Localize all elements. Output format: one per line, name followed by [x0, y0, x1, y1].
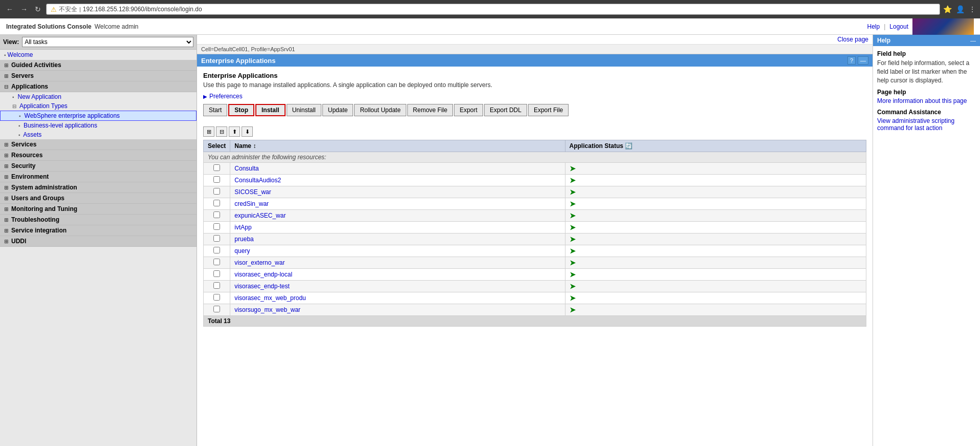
- help-link[interactable]: Help: [867, 23, 880, 30]
- row-checkbox-cell[interactable]: [204, 198, 230, 210]
- deselect-all-btn[interactable]: ⊟: [216, 126, 227, 137]
- row-checkbox[interactable]: [213, 164, 220, 171]
- app-link[interactable]: SICOSE_war: [234, 188, 271, 196]
- sidebar-item-business-apps[interactable]: ▪ Business-level applications: [0, 121, 197, 130]
- app-name-cell[interactable]: visorasec_endp-local: [230, 269, 565, 281]
- command-link[interactable]: View administrative scripting command fo…: [877, 117, 954, 132]
- app-name-cell[interactable]: expunicASEC_war: [230, 210, 565, 222]
- app-link[interactable]: query: [234, 247, 250, 254]
- forward-button[interactable]: →: [18, 4, 30, 14]
- col-status[interactable]: Application Status 🔄: [565, 140, 866, 152]
- install-button[interactable]: Install: [255, 104, 286, 116]
- app-link[interactable]: visor_externo_war: [234, 259, 285, 266]
- app-link[interactable]: visorasec_endp-local: [234, 271, 292, 278]
- row-checkbox[interactable]: [213, 282, 220, 289]
- row-checkbox-cell[interactable]: [204, 257, 230, 269]
- row-checkbox[interactable]: [213, 200, 220, 206]
- row-checkbox-cell[interactable]: [204, 233, 230, 245]
- row-checkbox[interactable]: [213, 223, 220, 230]
- row-checkbox[interactable]: [213, 235, 220, 242]
- row-checkbox-cell[interactable]: [204, 292, 230, 304]
- logout-link[interactable]: Logout: [889, 23, 908, 30]
- sidebar-section-services[interactable]: ⊞ Services: [0, 139, 197, 150]
- app-name-cell[interactable]: SICOSE_war: [230, 186, 565, 198]
- app-link[interactable]: visorasec_endp-test: [234, 283, 289, 290]
- row-checkbox-cell[interactable]: [204, 222, 230, 233]
- col-name[interactable]: Name ↕: [230, 140, 565, 152]
- sidebar-section-servers[interactable]: ⊞ Servers: [0, 71, 197, 81]
- rollout-update-button[interactable]: Rollout Update: [354, 104, 406, 116]
- export-ddl-button[interactable]: Export DDL: [484, 104, 527, 116]
- app-link[interactable]: visorsugo_mx_web_war: [234, 306, 300, 313]
- row-checkbox-cell[interactable]: [204, 163, 230, 175]
- sidebar-section-environment[interactable]: ⊞ Environment: [0, 172, 197, 182]
- move-up-btn[interactable]: ⬆: [229, 126, 240, 137]
- view-select[interactable]: All tasks: [22, 37, 193, 47]
- row-checkbox-cell[interactable]: [204, 281, 230, 292]
- app-name-cell[interactable]: query: [230, 245, 565, 257]
- stop-button[interactable]: Stop: [228, 104, 254, 116]
- sidebar-section-uddi[interactable]: ⊞ UDDI: [0, 236, 197, 247]
- sidebar-section-applications[interactable]: ⊟ Applications: [0, 81, 197, 92]
- row-checkbox-cell[interactable]: [204, 210, 230, 222]
- export-file-button[interactable]: Export File: [528, 104, 569, 116]
- page-help-link[interactable]: More information about this page: [877, 97, 967, 104]
- app-link[interactable]: ivtApp: [234, 224, 251, 231]
- back-button[interactable]: ←: [4, 4, 15, 14]
- app-name-cell[interactable]: visor_externo_war: [230, 257, 565, 269]
- start-button[interactable]: Start: [203, 104, 227, 116]
- extensions-icon[interactable]: ⭐: [943, 5, 952, 13]
- close-page-link[interactable]: Close page: [837, 36, 868, 43]
- row-checkbox[interactable]: [213, 294, 220, 301]
- row-checkbox[interactable]: [213, 188, 220, 195]
- row-checkbox-cell[interactable]: [204, 304, 230, 316]
- row-checkbox[interactable]: [213, 176, 220, 183]
- app-link[interactable]: Consulta: [234, 165, 258, 172]
- preferences-row[interactable]: ▶ Preferences: [203, 93, 866, 100]
- sidebar-item-assets[interactable]: ▪ Assets: [0, 130, 197, 139]
- app-name-cell[interactable]: credSin_war: [230, 198, 565, 210]
- remove-file-button[interactable]: Remove File: [407, 104, 453, 116]
- panel-question-btn[interactable]: ?: [847, 56, 856, 65]
- export-button[interactable]: Export: [454, 104, 483, 116]
- app-name-cell[interactable]: visorsugo_mx_web_war: [230, 304, 565, 316]
- row-checkbox-cell[interactable]: [204, 186, 230, 198]
- app-name-cell[interactable]: ConsultaAudios2: [230, 175, 565, 186]
- row-checkbox-cell[interactable]: [204, 269, 230, 281]
- app-name-cell[interactable]: visorasec_endp-test: [230, 281, 565, 292]
- sidebar-item-new-application[interactable]: ▪ New Application: [0, 92, 197, 101]
- sidebar-section-security[interactable]: ⊞ Security: [0, 161, 197, 172]
- row-checkbox[interactable]: [213, 247, 220, 253]
- row-checkbox-cell[interactable]: [204, 175, 230, 186]
- app-name-cell[interactable]: prueba: [230, 233, 565, 245]
- app-link[interactable]: credSin_war: [234, 200, 269, 207]
- sidebar-section-service-integration[interactable]: ⊞ Service integration: [0, 225, 197, 236]
- row-checkbox-cell[interactable]: [204, 245, 230, 257]
- app-name-cell[interactable]: ivtApp: [230, 222, 565, 233]
- move-down-btn[interactable]: ⬇: [242, 126, 253, 137]
- app-link[interactable]: prueba: [234, 236, 253, 243]
- sidebar-section-sysadmin[interactable]: ⊞ System administration: [0, 182, 197, 193]
- uninstall-button[interactable]: Uninstall: [287, 104, 321, 116]
- sidebar-section-troubleshooting[interactable]: ⊞ Troubleshooting: [0, 215, 197, 225]
- sidebar-section-app-types[interactable]: ⊟ Application Types: [0, 101, 197, 111]
- row-checkbox[interactable]: [213, 211, 220, 218]
- row-checkbox[interactable]: [213, 270, 220, 277]
- app-name-cell[interactable]: Consulta: [230, 163, 565, 175]
- menu-icon[interactable]: ⋮: [969, 5, 976, 13]
- app-name-cell[interactable]: visorasec_mx_web_produ: [230, 292, 565, 304]
- help-close-btn[interactable]: —: [970, 37, 976, 44]
- app-link[interactable]: ConsultaAudios2: [234, 177, 281, 184]
- app-link[interactable]: expunicASEC_war: [234, 212, 286, 219]
- app-link[interactable]: visorasec_mx_web_produ: [234, 294, 306, 302]
- profile-icon[interactable]: 👤: [956, 5, 965, 13]
- reload-button[interactable]: ↻: [33, 4, 43, 14]
- update-button[interactable]: Update: [322, 104, 354, 116]
- row-checkbox[interactable]: [213, 306, 220, 312]
- select-all-btn[interactable]: ⊞: [203, 126, 214, 137]
- sidebar-item-websphere-apps[interactable]: ▪ WebSphere enterprise applications: [0, 111, 197, 121]
- sidebar-section-users-groups[interactable]: ⊞ Users and Groups: [0, 193, 197, 204]
- sidebar-section-monitoring[interactable]: ⊞ Monitoring and Tuning: [0, 204, 197, 215]
- address-bar[interactable]: ⚠ 不安全 | 192.168.255.128:9060/ibm/console…: [46, 4, 940, 15]
- row-checkbox[interactable]: [213, 259, 220, 265]
